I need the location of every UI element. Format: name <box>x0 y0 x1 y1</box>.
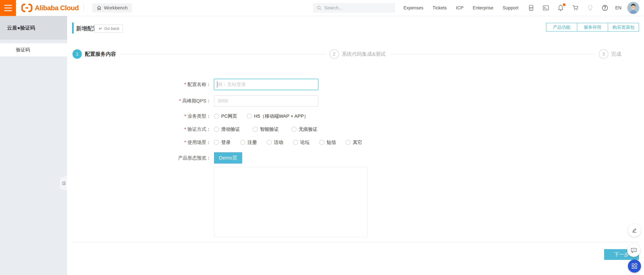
radio-login[interactable]: 登录 <box>214 139 230 146</box>
brand-name: Alibaba Cloud <box>35 4 79 12</box>
radio-button[interactable] <box>240 140 245 145</box>
radio-other[interactable]: 其它 <box>346 139 362 146</box>
nav-expenses[interactable]: Expenses <box>404 5 424 11</box>
bottom-divider <box>72 242 639 242</box>
help-icon[interactable] <box>602 4 608 12</box>
workbench-button[interactable]: Workbench <box>92 3 132 13</box>
nav-icp[interactable]: ICP <box>456 5 464 11</box>
search-icon <box>317 5 322 11</box>
product-preview-label: 产品形态预览： <box>67 155 211 161</box>
verify-method-label: *验证方式： <box>67 126 211 132</box>
sidebar-item-label: 验证码 <box>16 47 30 53</box>
svg-text:APP: APP <box>529 7 533 9</box>
form-row-config-name: *配置名称： <box>67 79 644 90</box>
demo-preview-box <box>214 167 368 237</box>
user-avatar[interactable] <box>627 2 639 14</box>
radio-button[interactable] <box>319 140 324 145</box>
radio-smart-verify[interactable]: 智能验证 <box>253 126 279 132</box>
use-scene-label: *使用场景： <box>67 139 211 146</box>
step-connector <box>390 54 595 54</box>
business-type-label: *业务类型： <box>67 113 211 119</box>
go-back-button[interactable]: Go back <box>94 25 123 33</box>
radio-slide-verify[interactable]: 滑动验证 <box>214 126 240 132</box>
required-marker: * <box>184 82 186 87</box>
radio-button[interactable] <box>346 140 351 145</box>
apps-grid-icon <box>631 263 638 269</box>
peak-qps-label: *高峰期QPS： <box>67 98 211 104</box>
search-input[interactable] <box>324 5 392 11</box>
shopping-cart-icon[interactable] <box>572 4 579 12</box>
console-terminal-icon[interactable] <box>542 4 550 12</box>
sidebar-item-captcha[interactable]: 验证码 <box>0 43 67 56</box>
product-features-button[interactable]: 产品功能 <box>546 23 577 32</box>
lightbulb-icon[interactable] <box>587 4 594 12</box>
radio-traceless-verify[interactable]: 无痕验证 <box>292 126 318 132</box>
required-marker: * <box>184 114 186 119</box>
radio-pc-web[interactable]: PC网页 <box>214 113 237 119</box>
nav-enterprise[interactable]: Enterprise <box>473 5 494 11</box>
nav-tickets[interactable]: Tickets <box>432 5 447 11</box>
radio-forum[interactable]: 论坛 <box>293 139 310 146</box>
radio-h5[interactable]: H5（移动端WAP + APP） <box>247 113 308 119</box>
radio-activity[interactable]: 活动 <box>267 139 283 146</box>
form-row-verify-method: *验证方式： 滑动验证 智能验证 无痕验证 <box>67 126 644 132</box>
radio-sms[interactable]: 短信 <box>319 139 336 146</box>
main-content: 新增配置 Go back 产品功能 服务停用 购买资源包 1 配置服务内容 2 … <box>67 16 644 275</box>
hamburger-menu-button[interactable] <box>0 0 16 16</box>
config-name-input[interactable] <box>214 79 318 90</box>
required-marker: * <box>184 140 186 145</box>
survey-feedback-fab[interactable] <box>628 224 641 237</box>
config-form: *配置名称： *高峰期QPS： *业务类型： PC网页 <box>67 79 644 237</box>
topbar-nav: Expenses Tickets ICP Enterprise Support <box>404 5 518 11</box>
alibaba-cloud-logo[interactable]: Alibaba Cloud <box>21 3 79 13</box>
pencil-icon <box>631 227 638 233</box>
required-marker: * <box>184 127 186 132</box>
alibaba-cloud-logo-icon <box>21 3 32 13</box>
service-disable-button[interactable]: 服务停用 <box>577 23 608 32</box>
step-wizard: 1 配置服务内容 2 系统代码集成&测试 3 完成 <box>72 49 621 59</box>
radio-button[interactable] <box>214 127 219 132</box>
required-marker: * <box>179 98 181 103</box>
sidebar-collapse-handle[interactable] <box>60 176 68 191</box>
nav-support[interactable]: Support <box>502 5 518 11</box>
radio-register[interactable]: 注册 <box>240 139 257 146</box>
mobile-app-icon[interactable]: APP <box>528 4 535 12</box>
step-1-circle: 1 <box>72 49 82 59</box>
verify-method-options: 滑动验证 智能验证 无痕验证 <box>214 126 327 132</box>
header-action-buttons: 产品功能 服务停用 购买资源包 <box>546 23 639 32</box>
radio-button[interactable] <box>247 114 252 119</box>
notification-badge-dot <box>563 3 566 6</box>
step-1-label: 配置服务内容 <box>85 51 116 58</box>
use-scene-options: 登录 注册 活动 论坛 短信 <box>214 139 372 146</box>
form-row-preview: 产品形态预览： Demo页 <box>67 152 644 163</box>
workbench-label: Workbench <box>104 5 128 11</box>
home-icon <box>96 5 102 11</box>
step-2-circle: 2 <box>330 49 339 59</box>
collapse-sidebar-icon <box>62 181 66 186</box>
sidebar-header: 云盾●验证码 <box>0 16 67 40</box>
topbar-icons: APP <box>528 4 608 12</box>
demo-page-button[interactable]: Demo页 <box>214 152 242 163</box>
chat-feedback-fab[interactable] <box>627 244 640 257</box>
radio-button[interactable] <box>292 127 296 132</box>
global-search <box>313 3 395 13</box>
text-cursor <box>217 81 217 88</box>
radio-button[interactable] <box>293 140 298 145</box>
step-3-circle: 3 <box>599 49 608 59</box>
buy-resource-pack-button[interactable]: 购买资源包 <box>608 23 639 32</box>
form-row-use-scene: *使用场景： 登录 注册 活动 论坛 <box>67 139 644 146</box>
peak-qps-input[interactable] <box>214 95 318 106</box>
notifications-bell-icon[interactable] <box>557 4 564 12</box>
radio-button[interactable] <box>253 127 258 132</box>
language-selector[interactable]: EN <box>615 5 622 11</box>
go-back-label: Go back <box>104 26 119 31</box>
business-type-options: PC网页 H5（移动端WAP + APP） <box>214 113 318 119</box>
sidebar: 云盾●验证码 验证码 <box>0 16 67 275</box>
radio-button[interactable] <box>267 140 272 145</box>
chat-bubble-icon <box>630 247 637 254</box>
radio-button[interactable] <box>214 114 219 119</box>
radio-button[interactable] <box>214 140 219 145</box>
title-accent-bar <box>72 23 74 34</box>
config-name-label: *配置名称： <box>67 81 211 88</box>
mini-apps-fab[interactable] <box>628 259 641 273</box>
